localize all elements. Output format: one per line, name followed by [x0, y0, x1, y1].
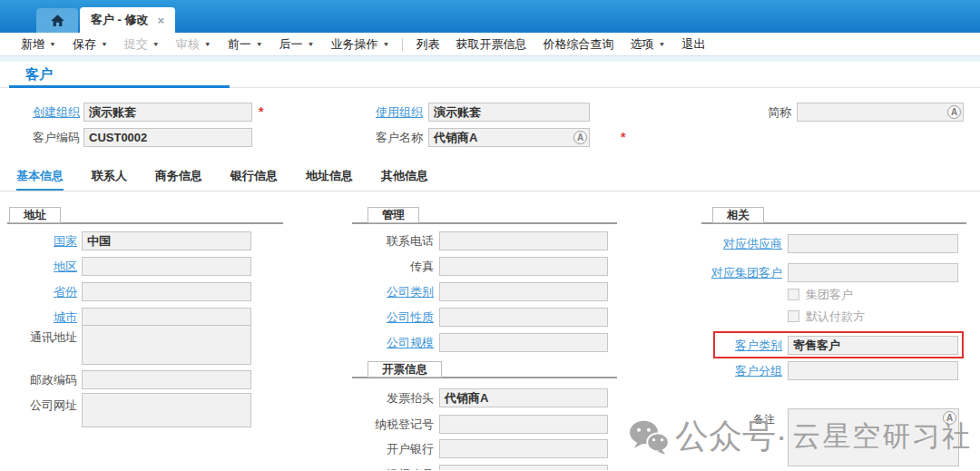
country-field[interactable]: 中国 — [82, 231, 251, 250]
list-button[interactable]: 列表 — [407, 36, 447, 53]
chevron-down-icon[interactable]: ▼ — [101, 41, 108, 47]
company-website-field[interactable] — [82, 393, 251, 427]
tab-business-info[interactable]: 商务信息 — [155, 168, 202, 191]
tab-bank-info[interactable]: 银行信息 — [230, 168, 278, 191]
window-tabbar: 客户 - 修改 × — [0, 0, 980, 33]
short-name-label: 简称 — [728, 103, 791, 122]
get-invoice-info-button[interactable]: 获取开票信息 — [447, 36, 534, 53]
remark-label: 备注 — [688, 410, 775, 429]
group-customer-checkbox-label: 集团客户 — [806, 288, 853, 301]
lang-icon[interactable]: A — [943, 411, 956, 425]
bank-name-field[interactable] — [439, 439, 608, 458]
customer-code-field[interactable]: CUST0002 — [83, 128, 252, 147]
bank-account-field[interactable] — [439, 465, 608, 470]
close-icon[interactable]: × — [158, 15, 165, 26]
new-button[interactable]: 新增▼ — [13, 36, 64, 53]
options-button[interactable]: 选项▼ — [622, 36, 673, 53]
customer-group-label[interactable]: 客户分组 — [688, 361, 782, 380]
country-label[interactable]: 国家 — [9, 231, 77, 250]
bank-name-label: 开户银行 — [345, 439, 434, 458]
group-customer-field[interactable] — [788, 263, 958, 282]
short-name-field[interactable]: A — [797, 103, 964, 122]
management-section-title: 管理 — [368, 207, 419, 223]
related-supplier-field[interactable] — [788, 234, 958, 253]
company-category-field[interactable] — [439, 282, 608, 301]
home-icon — [50, 14, 65, 27]
required-marker: * — [621, 130, 625, 144]
address-section-title: 地址 — [9, 207, 61, 223]
lang-icon[interactable]: A — [573, 131, 587, 144]
province-field[interactable] — [82, 282, 251, 301]
customer-code-label: 客户编码 — [9, 128, 80, 147]
company-category-label[interactable]: 公司类别 — [345, 282, 434, 301]
fax-field[interactable] — [439, 257, 608, 276]
phone-label: 联系电话 — [345, 231, 434, 250]
exit-button[interactable]: 退出 — [673, 36, 713, 53]
create-org-label[interactable]: 创建组织 — [9, 103, 80, 122]
mailing-address-field[interactable] — [82, 325, 251, 365]
chevron-down-icon[interactable]: ▼ — [658, 41, 665, 47]
tab-contacts[interactable]: 联系人 — [92, 168, 127, 191]
phone-field[interactable] — [439, 231, 608, 250]
region-label[interactable]: 地区 — [9, 257, 77, 276]
province-label[interactable]: 省份 — [9, 282, 77, 301]
invoice-section-title: 开票信息 — [368, 361, 442, 378]
document-tab-title: 客户 - 修改 — [91, 12, 149, 28]
chevron-down-icon[interactable]: ▼ — [256, 41, 263, 47]
tab-other-info[interactable]: 其他信息 — [381, 168, 428, 191]
home-tab[interactable] — [36, 8, 78, 33]
price-query-button[interactable]: 价格综合查询 — [534, 36, 622, 53]
default-payer-checkbox-label: 默认付款方 — [806, 309, 865, 323]
wechat-icon — [628, 418, 670, 455]
chevron-down-icon: ▼ — [152, 41, 160, 47]
use-org-label[interactable]: 使用组织 — [350, 103, 423, 122]
mailing-address-label: 通讯地址 — [9, 328, 77, 347]
tax-reg-no-field[interactable] — [439, 415, 608, 434]
tabs-divider — [0, 191, 980, 191]
chevron-down-icon[interactable]: ▼ — [383, 41, 390, 47]
toolbar-separator — [402, 38, 403, 51]
tab-basic-info[interactable]: 基本信息 — [16, 168, 64, 191]
invoice-title-field[interactable]: 代销商A — [439, 388, 608, 407]
fax-label: 传真 — [345, 257, 434, 276]
tab-address-info[interactable]: 地址信息 — [306, 168, 353, 191]
use-org-field[interactable]: 演示账套 — [428, 103, 590, 122]
company-website-label: 公司网址 — [9, 396, 77, 415]
customer-type-field[interactable]: 寄售客户 — [788, 336, 958, 355]
chevron-down-icon[interactable]: ▼ — [308, 41, 315, 47]
customer-name-label: 客户名称 — [350, 128, 423, 147]
customer-name-field[interactable]: 代销商AA — [428, 128, 590, 147]
lang-icon[interactable]: A — [947, 105, 961, 119]
create-org-field[interactable]: 演示账套 — [83, 103, 252, 122]
city-label[interactable]: 城市 — [9, 308, 77, 327]
bank-account-label: 银行账号 — [345, 465, 434, 470]
default-payer-checkbox[interactable] — [788, 310, 799, 322]
postal-code-label: 邮政编码 — [9, 370, 77, 389]
chevron-down-icon[interactable]: ▼ — [49, 41, 56, 47]
previous-button[interactable]: 前一▼ — [220, 36, 271, 53]
next-button[interactable]: 后一▼ — [271, 36, 323, 53]
region-field[interactable] — [82, 257, 251, 276]
customer-group-field[interactable] — [788, 361, 958, 380]
company-scale-label[interactable]: 公司规模 — [345, 333, 434, 352]
postal-code-field[interactable] — [82, 370, 251, 389]
submit-button: 提交▼ — [116, 36, 168, 53]
invoice-title-label: 发票抬头 — [345, 388, 434, 407]
document-tab[interactable]: 客户 - 修改 × — [80, 7, 175, 33]
company-nature-label[interactable]: 公司性质 — [345, 308, 434, 327]
save-button[interactable]: 保存▼ — [64, 36, 116, 53]
app-window: 客户 - 修改 × 新增▼ 保存▼ 提交▼ 审核▼ 前一▼ 后一▼ 业务操作▼ … — [0, 0, 980, 471]
company-scale-field[interactable] — [439, 333, 608, 352]
company-nature-field[interactable] — [439, 308, 608, 327]
group-customer-link-label[interactable]: 对应集团客户 — [688, 263, 782, 282]
required-marker: * — [259, 104, 263, 119]
related-supplier-label[interactable]: 对应供应商 — [688, 234, 782, 253]
tax-reg-no-label: 纳税登记号 — [345, 415, 434, 434]
remark-field[interactable]: A — [788, 408, 959, 466]
business-ops-button[interactable]: 业务操作▼ — [323, 36, 398, 53]
group-customer-checkbox[interactable] — [788, 289, 799, 300]
city-field[interactable] — [82, 308, 251, 327]
toolbar: 新增▼ 保存▼ 提交▼ 审核▼ 前一▼ 后一▼ 业务操作▼ 列表 获取开票信息 … — [0, 33, 980, 56]
title-underline — [9, 85, 230, 88]
customer-type-label[interactable]: 客户类别 — [688, 336, 782, 355]
